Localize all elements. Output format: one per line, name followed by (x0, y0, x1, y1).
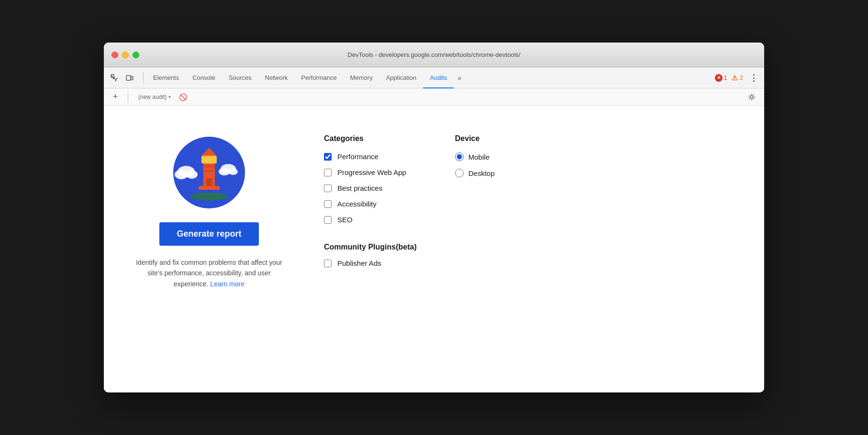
add-audit-button[interactable]: + (110, 91, 121, 103)
checkbox-accessibility-input[interactable] (324, 200, 332, 208)
svg-rect-14 (206, 178, 212, 187)
categories-section: Categories Performance Progressive Web A… (324, 134, 417, 267)
community-section: Community Plugins(beta) Publisher Ads (324, 243, 417, 267)
svg-rect-17 (199, 186, 220, 190)
tab-memory[interactable]: Memory (344, 67, 379, 88)
tab-performance[interactable]: Performance (294, 67, 343, 88)
secondary-divider (128, 91, 128, 103)
right-panel: Categories Performance Progressive Web A… (324, 125, 735, 267)
devtools-window: DevTools - developers.google.com/web/too… (104, 43, 764, 392)
svg-point-10 (228, 168, 238, 175)
toolbar-right: ✕ 1 ⚠ 2 ⋮ (715, 71, 760, 85)
audit-select-wrapper[interactable]: (new audit) ▾ (135, 92, 174, 102)
traffic-lights (111, 52, 139, 58)
toolbar-menu-button[interactable]: ⋮ (747, 71, 760, 85)
svg-rect-12 (201, 156, 217, 163)
secondary-toolbar: + (new audit) ▾ 🚫 (104, 88, 764, 106)
chevron-down-icon: ▾ (168, 94, 171, 99)
settings-icon[interactable] (745, 90, 758, 104)
checkbox-best-practices-input[interactable] (324, 185, 332, 192)
error-badge: ✕ 1 (715, 74, 727, 82)
categories-title: Categories (324, 134, 417, 143)
radio-mobile-input[interactable] (455, 152, 464, 161)
tab-console[interactable]: Console (186, 67, 222, 88)
tab-application[interactable]: Application (379, 67, 423, 88)
svg-rect-15 (204, 165, 214, 167)
tab-network[interactable]: Network (258, 67, 295, 88)
titlebar: DevTools - developers.google.com/web/too… (104, 43, 764, 67)
maximize-button[interactable] (133, 52, 139, 58)
tab-sources[interactable]: Sources (222, 67, 258, 88)
svg-rect-2 (131, 76, 133, 80)
learn-more-link[interactable]: Learn more (210, 280, 245, 288)
checkbox-publisher-ads-input[interactable] (324, 260, 332, 267)
device-toggle-icon[interactable] (123, 71, 136, 85)
error-icon: ✕ (715, 74, 723, 82)
tabs-toolbar: Elements Console Sources Network Perform… (104, 67, 764, 88)
tab-elements[interactable]: Elements (146, 67, 186, 88)
block-requests-icon[interactable]: 🚫 (178, 92, 188, 102)
checkbox-best-practices[interactable]: Best practices (324, 184, 417, 192)
checkbox-accessibility[interactable]: Accessibility (324, 200, 417, 208)
tab-audits[interactable]: Audits (423, 67, 454, 88)
checkbox-performance-input[interactable] (324, 153, 332, 161)
warn-icon: ⚠ (731, 74, 738, 82)
checkbox-performance[interactable]: Performance (324, 152, 417, 161)
checkbox-pwa[interactable]: Progressive Web App (324, 168, 417, 176)
checkbox-seo[interactable]: SEO (324, 216, 417, 224)
svg-rect-1 (126, 76, 131, 80)
warn-badge: ⚠ 2 (731, 74, 743, 82)
checkbox-publisher-ads[interactable]: Publisher Ads (324, 259, 417, 267)
svg-rect-16 (204, 170, 214, 172)
close-button[interactable] (111, 52, 118, 58)
main-content: Generate report Identify and fix common … (104, 106, 764, 392)
checkbox-pwa-input[interactable] (324, 169, 332, 176)
generate-report-button[interactable]: Generate report (159, 222, 258, 246)
inspect-icon[interactable] (108, 71, 121, 85)
description-text: Identify and fix common problems that af… (133, 257, 286, 289)
radio-desktop-input[interactable] (455, 169, 464, 177)
toolbar-divider (143, 72, 144, 84)
svg-point-7 (186, 170, 198, 179)
left-panel: Generate report Identify and fix common … (133, 125, 286, 289)
svg-point-6 (175, 170, 188, 179)
svg-point-3 (750, 96, 753, 98)
radio-mobile[interactable]: Mobile (455, 152, 495, 161)
tab-overflow-button[interactable]: » (454, 67, 465, 88)
audit-select-label: (new audit) (138, 94, 167, 100)
community-title: Community Plugins(beta) (324, 243, 417, 251)
window-title: DevTools - developers.google.com/web/too… (347, 51, 520, 58)
tabs-container: Elements Console Sources Network Perform… (146, 67, 715, 88)
minimize-button[interactable] (122, 52, 129, 58)
toolbar-icons (108, 71, 136, 85)
lighthouse-logo (171, 134, 247, 211)
device-title: Device (455, 134, 495, 143)
checkbox-seo-input[interactable] (324, 216, 332, 224)
device-section: Device Mobile Desktop (455, 134, 495, 267)
radio-desktop[interactable]: Desktop (455, 169, 495, 177)
svg-point-18 (190, 193, 228, 200)
